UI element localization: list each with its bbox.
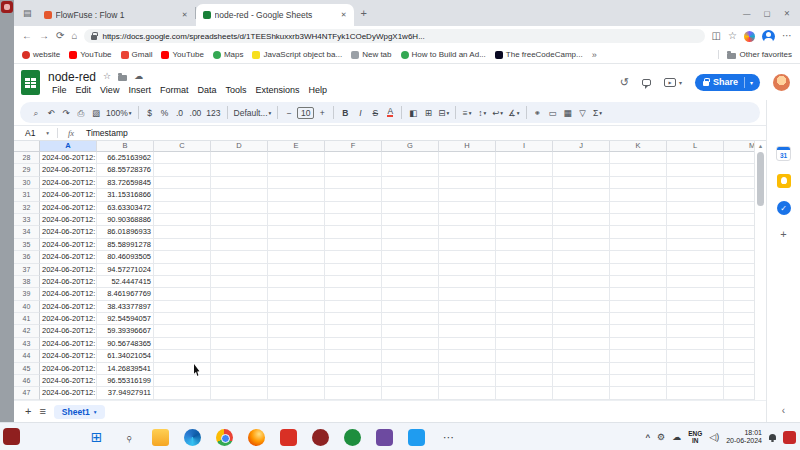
cell-empty[interactable] <box>154 363 211 375</box>
cell-empty[interactable] <box>496 325 553 337</box>
insert-link-button[interactable]: ⚭ <box>531 105 545 121</box>
cell-A39[interactable]: 2024-06-20T12: <box>40 288 97 300</box>
cell-empty[interactable] <box>724 177 754 189</box>
cell-empty[interactable] <box>667 264 724 276</box>
cell-empty[interactable] <box>724 214 754 226</box>
share-button[interactable]: Share ▾ <box>695 74 760 91</box>
cell-empty[interactable] <box>211 264 268 276</box>
cell-empty[interactable] <box>667 387 724 399</box>
increase-decimals-button[interactable]: .00 <box>188 105 204 121</box>
bold-button[interactable]: B <box>338 105 352 121</box>
vertical-align-button[interactable]: ↕▾ <box>475 105 489 121</box>
cell-empty[interactable] <box>211 276 268 288</box>
cell-empty[interactable] <box>610 264 667 276</box>
cell-empty[interactable] <box>496 264 553 276</box>
row-header-42[interactable]: 42 <box>14 325 40 337</box>
name-box[interactable]: A1 ▾ <box>14 128 54 138</box>
scrollbar-thumb[interactable] <box>757 152 764 206</box>
cell-empty[interactable] <box>610 363 667 375</box>
keep-icon[interactable] <box>777 174 791 188</box>
cell-empty[interactable] <box>382 164 439 176</box>
cell-empty[interactable] <box>211 363 268 375</box>
cell-empty[interactable] <box>211 338 268 350</box>
taskbar-app-green-icon[interactable] <box>344 429 361 446</box>
cell-empty[interactable] <box>724 226 754 238</box>
row-header-46[interactable]: 46 <box>14 375 40 387</box>
cell-empty[interactable] <box>154 251 211 263</box>
cell-empty[interactable] <box>724 152 754 164</box>
cell-empty[interactable] <box>439 226 496 238</box>
cell-A28[interactable]: 2024-06-20T12: <box>40 152 97 164</box>
cell-empty[interactable] <box>382 387 439 399</box>
paint-format-button[interactable]: ▨ <box>89 105 103 121</box>
cell-A38[interactable]: 2024-06-20T12: <box>40 276 97 288</box>
browser-profile-avatar[interactable] <box>762 30 775 43</box>
select-all-corner[interactable] <box>14 141 40 152</box>
cell-empty[interactable] <box>610 338 667 350</box>
cell-empty[interactable] <box>553 251 610 263</box>
cell-empty[interactable] <box>154 313 211 325</box>
cell-B39[interactable]: 8.461967769 <box>97 288 154 300</box>
cell-empty[interactable] <box>325 239 382 251</box>
bookmark-item[interactable]: How to Build an Ad... <box>401 50 486 59</box>
cell-B36[interactable]: 80.46093505 <box>97 251 154 263</box>
cell-empty[interactable] <box>553 164 610 176</box>
cell-empty[interactable] <box>610 387 667 399</box>
get-add-ons-icon[interactable]: + <box>780 228 786 240</box>
cell-empty[interactable] <box>154 177 211 189</box>
cell-empty[interactable] <box>382 350 439 362</box>
cell-empty[interactable] <box>325 202 382 214</box>
chevron-down-icon[interactable]: ▾ <box>46 130 49 136</box>
cell-empty[interactable] <box>154 325 211 337</box>
text-rotation-button[interactable]: ∡▾ <box>506 105 521 121</box>
other-favorites-button[interactable]: Other favorites <box>718 50 792 59</box>
cell-empty[interactable] <box>553 226 610 238</box>
cell-A35[interactable]: 2024-06-20T12: <box>40 239 97 251</box>
forward-icon[interactable]: → <box>39 31 49 41</box>
column-header-K[interactable]: K <box>610 141 667 152</box>
back-icon[interactable]: ← <box>22 31 32 41</box>
taskbar-app-purple-icon[interactable] <box>376 429 393 446</box>
text-wrap-button[interactable]: ↩▾ <box>490 105 505 121</box>
cell-empty[interactable] <box>268 276 325 288</box>
cell-empty[interactable] <box>154 226 211 238</box>
text-color-button[interactable]: A <box>383 105 397 121</box>
cell-B40[interactable]: 38.43377897 <box>97 301 154 313</box>
cell-empty[interactable] <box>667 313 724 325</box>
cell-empty[interactable] <box>667 301 724 313</box>
cell-empty[interactable] <box>154 350 211 362</box>
menu-format[interactable]: Format <box>156 85 193 95</box>
cell-empty[interactable] <box>496 239 553 251</box>
cell-empty[interactable] <box>211 152 268 164</box>
row-header-38[interactable]: 38 <box>14 276 40 288</box>
taskbar-chrome-icon[interactable] <box>216 429 233 446</box>
cell-empty[interactable] <box>268 202 325 214</box>
volume-icon[interactable]: ◁) <box>709 433 719 442</box>
cell-empty[interactable] <box>439 375 496 387</box>
cell-empty[interactable] <box>667 177 724 189</box>
cell-A36[interactable]: 2024-06-20T12: <box>40 251 97 263</box>
cell-empty[interactable] <box>496 375 553 387</box>
cell-empty[interactable] <box>382 325 439 337</box>
cell-empty[interactable] <box>553 264 610 276</box>
cell-empty[interactable] <box>325 251 382 263</box>
cell-empty[interactable] <box>382 288 439 300</box>
tab-google-sheets[interactable]: node-red - Google Sheets ✕ <box>196 4 354 26</box>
settings-tray-icon[interactable]: ⚙ <box>657 433 665 442</box>
bookmark-item[interactable]: Gmail <box>121 50 153 59</box>
cell-empty[interactable] <box>382 202 439 214</box>
cell-empty[interactable] <box>211 375 268 387</box>
cell-empty[interactable] <box>496 301 553 313</box>
tasks-icon[interactable]: ✓ <box>777 201 791 215</box>
cell-empty[interactable] <box>553 325 610 337</box>
insert-chart-button[interactable]: ▦ <box>561 105 575 121</box>
formula-bar-value[interactable]: Timestamp <box>81 128 128 138</box>
print-button[interactable]: ⎙ <box>74 105 88 121</box>
cell-empty[interactable] <box>382 338 439 350</box>
cell-A46[interactable]: 2024-06-20T12: <box>40 375 97 387</box>
cell-B37[interactable]: 94.57271024 <box>97 264 154 276</box>
bookmark-item[interactable]: New tab <box>351 50 391 59</box>
version-history-icon[interactable]: ↺ <box>620 78 629 87</box>
cell-empty[interactable] <box>667 350 724 362</box>
tab-actions-icon[interactable]: ▤ <box>23 8 32 18</box>
